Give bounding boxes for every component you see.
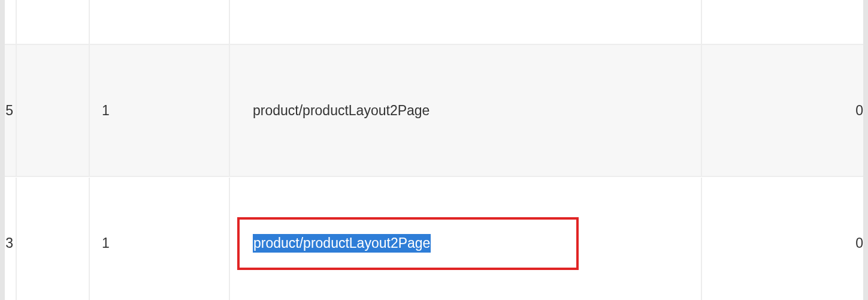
cell-value: product/productLayout2Page [253, 103, 430, 119]
data-table: 5 1 product/productLayout2Page 0 3 1 pro… [5, 0, 863, 300]
table-cell[interactable] [17, 178, 90, 300]
page-margin-right [863, 0, 868, 300]
table-cell[interactable]: 1 [90, 45, 230, 177]
table-cell[interactable]: product/productLayout2Page [230, 178, 702, 300]
table-cell[interactable]: 0 [702, 45, 863, 177]
table-row[interactable] [5, 0, 863, 45]
table-cell[interactable] [702, 0, 863, 45]
table-cell[interactable]: 1 [90, 178, 230, 300]
table-cell[interactable]: 5 [5, 45, 17, 177]
cell-value: 1 [102, 103, 110, 119]
table-cell[interactable] [90, 0, 230, 45]
table-row[interactable]: 5 1 product/productLayout2Page 0 [5, 45, 863, 177]
table-cell[interactable]: product/productLayout2Page [230, 45, 702, 177]
cell-value: 0 [855, 103, 863, 119]
page-margin-left [0, 0, 5, 300]
table-cell[interactable] [17, 0, 90, 45]
cell-value-selected[interactable]: product/productLayout2Page [253, 234, 431, 253]
table-cell[interactable] [17, 45, 90, 177]
cell-value: 3 [5, 235, 13, 251]
table-cell[interactable] [5, 0, 17, 45]
table-cell[interactable] [230, 0, 702, 45]
table-cell[interactable]: 3 [5, 178, 17, 300]
table-row[interactable]: 3 1 product/productLayout2Page 0 [5, 178, 863, 300]
table-cell[interactable]: 0 [702, 178, 863, 300]
cell-value: 1 [102, 235, 110, 251]
cell-value: 5 [5, 103, 13, 119]
cell-value: 0 [855, 235, 863, 251]
